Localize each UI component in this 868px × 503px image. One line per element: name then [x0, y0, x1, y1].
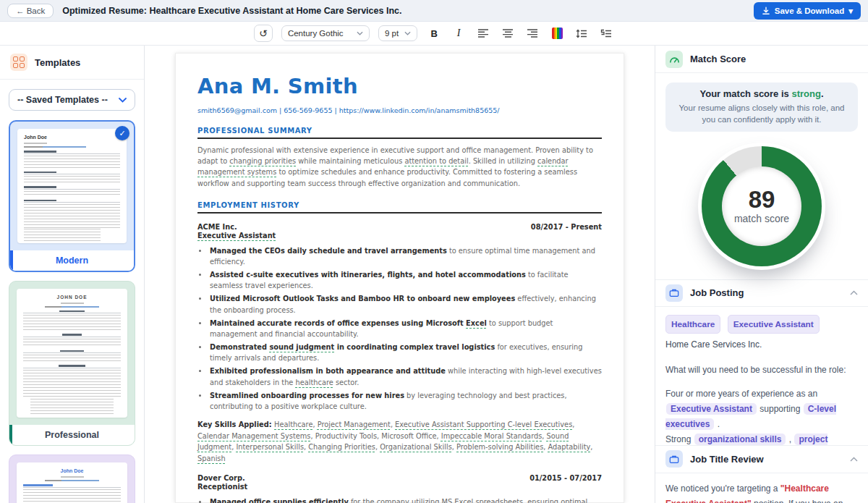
font-family-select[interactable]: Century Gothic — [281, 25, 370, 41]
resume-document[interactable]: Ana M. Smith smith6569@gmail.com | 656-5… — [175, 53, 624, 503]
chevron-down-icon — [119, 98, 127, 103]
company-name: Dover Corp. — [197, 474, 245, 482]
template-thumbnail: John Doe — [17, 462, 127, 503]
bullet: Exhibited professionalism in both appear… — [208, 365, 602, 387]
template-card-professional[interactable]: JOHN DOE Professional — [9, 281, 135, 446]
templates-sidebar: Templates -- Saved Templates -- ✓ John D… — [0, 46, 145, 503]
job-bullets: Managed office supplies efficiently for … — [208, 496, 602, 503]
bullet: Demonstrated sound judgment in coordinat… — [208, 342, 602, 363]
key-skills: Key Skills Applied: Healthcare, Project … — [197, 419, 602, 465]
font-size-value: 9 pt — [385, 29, 399, 38]
resume-contact: smith6569@gmail.com | 656-569-9655 | htt… — [197, 106, 602, 114]
italic-button[interactable]: I — [451, 25, 467, 41]
top-bar: ← Back Optimized Resume: Healthcare Exec… — [0, 0, 868, 22]
match-score-headline: Your match score is strong. — [677, 88, 846, 101]
match-score-title: Match Score — [690, 54, 858, 64]
bullet: Maintained accurate records of office ex… — [208, 318, 602, 339]
job-header: ACME Inc. 08/2017 - Present — [197, 223, 602, 231]
bullet: Utilized Microsoft Outlook Tasks and Bam… — [208, 293, 602, 315]
match-score-chart: 89 match score — [655, 136, 868, 279]
font-size-select[interactable]: 9 pt — [378, 25, 417, 41]
template-label: Professional — [9, 425, 135, 445]
briefcase-icon — [665, 284, 683, 302]
templates-header: Templates — [0, 46, 144, 80]
chevron-up-icon[interactable] — [850, 457, 858, 462]
job-posting-header[interactable]: Job Posting — [655, 279, 868, 307]
template-label: Modern — [10, 250, 134, 271]
job-bullets: Managed the CEOs daily schedule and trav… — [208, 245, 602, 412]
job-requirement: Strong organizational skills , project m… — [665, 432, 858, 445]
resume-preview-area: Ana M. Smith smith6569@gmail.com | 656-5… — [145, 46, 655, 503]
score-donut-ring: 89 match score — [702, 146, 822, 266]
chevron-down-icon — [404, 31, 411, 35]
template-thumbnail: John Doe — [17, 129, 127, 243]
job-company: Home Care Services Inc. — [665, 337, 858, 352]
job-posting-body: Healthcare Executive Assistant Home Care… — [655, 307, 868, 446]
job-posting-title: Job Posting — [690, 287, 843, 298]
format-toolbar: ↺ Century Gothic 9 pt B I — [0, 22, 868, 46]
company-name: ACME Inc. — [197, 223, 237, 231]
match-score-header: Match Score — [655, 46, 868, 73]
section-title-summary: PROFESSIONAL SUMMARY — [197, 127, 602, 139]
bullet: Assisted c-suite executives with itinera… — [208, 269, 602, 291]
job-title-review-body: We noticed you're targeting a "Healthcar… — [655, 473, 868, 503]
text-color-icon[interactable] — [549, 25, 565, 41]
job-title-review-header[interactable]: Job Title Review — [655, 446, 868, 473]
job-role: Receptionist — [197, 483, 602, 491]
line-spacing-icon[interactable] — [574, 25, 590, 41]
analysis-sidebar: Match Score Your match score is strong. … — [655, 46, 868, 503]
caret-down-icon: ▾ — [848, 6, 853, 16]
job-dates: 08/2017 - Present — [531, 223, 602, 231]
thumb-name: John Doe — [23, 468, 121, 474]
saved-templates-select[interactable]: -- Saved Templates -- — [9, 89, 135, 111]
save-download-button[interactable]: Save & Download ▾ — [754, 2, 861, 20]
bullet: Managed the CEOs daily schedule and trav… — [208, 245, 602, 267]
bullet: Streamlined onboarding processes for new… — [208, 390, 602, 412]
template-card-third[interactable]: John Doe — [9, 455, 135, 503]
score-label: match score — [734, 213, 789, 224]
undo-icon[interactable]: ↺ — [254, 25, 273, 42]
job-role: Executive Assistant — [197, 232, 276, 240]
chevron-up-icon[interactable] — [850, 290, 858, 295]
section-title-employment: EMPLOYMENT HISTORY — [197, 201, 602, 214]
template-thumbnail: JOHN DOE — [17, 289, 127, 418]
save-download-label: Save & Download — [775, 7, 845, 15]
template-card-modern[interactable]: ✓ John Doe Modern — [9, 120, 135, 272]
thumb-name: JOHN DOE — [23, 295, 121, 300]
align-right-icon[interactable] — [524, 25, 540, 41]
align-left-icon[interactable] — [475, 25, 491, 41]
job-tag: Executive Assistant — [728, 315, 820, 334]
job-title-review-title: Job Title Review — [690, 454, 843, 465]
align-center-icon[interactable] — [500, 25, 516, 41]
job-tag: Healthcare — [665, 315, 720, 334]
templates-grid-icon — [10, 54, 27, 71]
summary-paragraph: Dynamic professional with extensive expe… — [197, 145, 602, 189]
font-family-value: Century Gothic — [288, 29, 344, 38]
selected-check-icon: ✓ — [115, 126, 129, 140]
templates-title: Templates — [35, 57, 80, 68]
match-score-summary-card: Your match score is strong. Your resume … — [665, 83, 858, 132]
gauge-icon — [665, 51, 683, 68]
job-dates: 01/2015 - 07/2017 — [529, 474, 602, 482]
resume-name: Ana M. Smith — [197, 74, 602, 98]
job-posting-intro: What will you need to be successful in t… — [665, 363, 858, 378]
back-button[interactable]: ← Back — [7, 4, 54, 18]
paragraph-spacing-icon[interactable] — [598, 25, 614, 41]
page-title: Optimized Resume: Healthcare Executive A… — [62, 6, 744, 16]
thumb-name: John Doe — [24, 135, 120, 140]
bullet: Managed office supplies efficiently for … — [208, 496, 602, 503]
bold-button[interactable]: B — [426, 25, 442, 41]
saved-templates-value: -- Saved Templates -- — [17, 95, 108, 105]
download-icon — [762, 7, 770, 15]
chevron-down-icon — [357, 31, 363, 35]
briefcase-icon — [665, 450, 683, 468]
job-header: Dover Corp. 01/2015 - 07/2017 — [197, 474, 602, 482]
match-score-subtext: Your resume aligns closely with this rol… — [677, 103, 846, 126]
job-requirement: Four or more years of experience as an E… — [665, 386, 858, 432]
score-value: 89 — [749, 187, 775, 213]
score-donut-center: 89 match score — [722, 166, 801, 246]
job-tags: Healthcare Executive Assistant — [665, 315, 858, 334]
